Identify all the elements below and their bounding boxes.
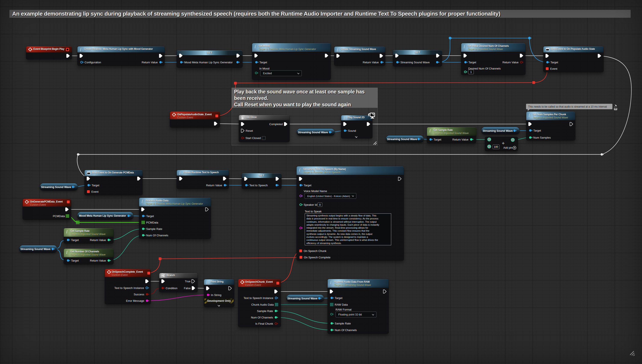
svg-text:1: 1 xyxy=(241,116,242,118)
